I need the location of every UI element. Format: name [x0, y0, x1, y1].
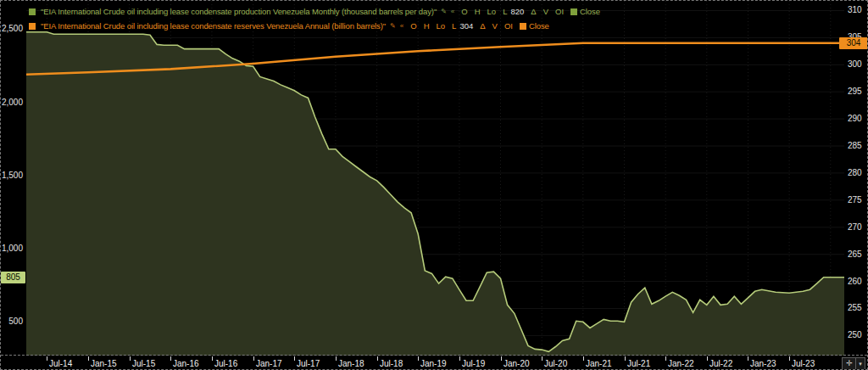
- production-swatch-icon: [29, 8, 36, 15]
- axis-settings-button[interactable]: ✛: [843, 358, 856, 369]
- time-axis-tick-label: Jul-16: [214, 359, 237, 368]
- chart-panel: "EIA International Crude oil including l…: [0, 0, 868, 370]
- time-axis-tickmark: [665, 356, 666, 361]
- time-axis-tickmark: [418, 356, 419, 361]
- time-axis-tick-label: Jan-16: [173, 359, 199, 368]
- open-interest-label: OI: [555, 7, 564, 16]
- open-interest-label: OI: [504, 21, 513, 31]
- time-axis-tickmark: [336, 356, 337, 361]
- time-axis-tickmark: [130, 356, 131, 361]
- time-axis-tickmark: [377, 356, 378, 361]
- time-axis-tick-label: Jul-19: [462, 359, 485, 368]
- right-axis-tick-label: 250: [848, 330, 862, 340]
- right-axis-tick-label: 310: [848, 5, 862, 15]
- time-axis-tick-label: Jan-19: [420, 359, 447, 368]
- edit-icon[interactable]: ✎: [390, 22, 396, 30]
- time-axis-tickmark: [625, 356, 626, 361]
- last-value: 304: [459, 21, 473, 31]
- time-axis-tickmark: [789, 356, 790, 361]
- right-axis-tick-label: 295: [848, 87, 862, 97]
- open-label: O: [410, 21, 416, 31]
- time-axis-tick-label: Jul-21: [627, 359, 650, 368]
- time-axis-tickmark: [583, 356, 584, 361]
- time-axis-tickmark: [212, 356, 213, 361]
- axis-tools: ✛ ▾: [842, 357, 865, 370]
- right-axis-tick-label: 290: [848, 114, 862, 124]
- time-axis-tick-label: Jan-23: [750, 359, 776, 368]
- right-axis-tick-label: 270: [848, 222, 862, 233]
- close-label: Close: [580, 7, 600, 16]
- change-label: Δ: [531, 7, 536, 16]
- time-axis-tick-label: Jul-15: [132, 359, 155, 368]
- time-axis-tick-label: Jul-14: [49, 359, 72, 368]
- high-label: H: [475, 7, 481, 16]
- high-label: H: [424, 21, 430, 31]
- right-axis-tick-label: 300: [848, 59, 862, 70]
- legend-item-reserves[interactable]: "EIA International Crude oil including l…: [29, 19, 600, 33]
- close-swatch-icon: [520, 23, 526, 30]
- last-label: L: [452, 21, 456, 31]
- right-axis-tick-label: 285: [848, 141, 862, 151]
- production-area: [26, 32, 844, 356]
- time-axis-tickmark: [253, 356, 254, 361]
- left-axis-tick-label: 2,000: [1, 98, 23, 108]
- time-axis-tick-label: Jul-18: [380, 359, 403, 368]
- change-label: Δ: [480, 21, 485, 31]
- plot-area[interactable]: [1, 1, 868, 356]
- time-axis-tick-label: Jan-17: [256, 359, 282, 368]
- right-axis-tick-label: 275: [848, 195, 862, 205]
- time-axis-tickmark: [459, 356, 460, 361]
- collapse-icon[interactable]: «: [451, 8, 454, 15]
- last-label: L: [503, 7, 507, 16]
- time-axis-tickmark: [170, 356, 171, 361]
- left-axis-tick-label: 1,500: [1, 171, 23, 181]
- volume-label: V: [492, 21, 498, 31]
- volume-label: V: [543, 7, 548, 16]
- reserves-swatch-icon: [29, 23, 36, 30]
- open-label: O: [461, 7, 467, 16]
- time-axis-tickmark: [47, 356, 47, 361]
- pane-divider: [1, 355, 867, 356]
- time-axis-tick-label: Jan-20: [504, 359, 530, 368]
- left-axis-tick-label: 1,000: [1, 244, 23, 254]
- production-series-title: "EIA International Crude oil including l…: [41, 7, 437, 16]
- low-label: Lo: [487, 7, 497, 16]
- right-axis-tick-label: 280: [848, 168, 862, 178]
- time-axis-tick-label: Jan-21: [586, 359, 612, 368]
- right-axis-tick-label: 260: [848, 277, 862, 287]
- time-axis-tickmark: [707, 356, 708, 361]
- legend-item-production[interactable]: "EIA International Crude oil including l…: [29, 4, 600, 19]
- right-axis-tick-label: 265: [848, 249, 862, 260]
- time-axis-tick-label: Jul-20: [544, 359, 567, 368]
- axis-dropdown-button[interactable]: ▾: [856, 358, 865, 369]
- left-axis-tick-label: 500: [1, 317, 23, 327]
- time-axis-tick-label: Jul-17: [297, 359, 320, 368]
- reserves-last-value-badge: 304: [839, 37, 868, 49]
- collapse-icon[interactable]: «: [400, 22, 403, 30]
- left-axis-tick-label: 2,500: [1, 24, 23, 34]
- production-last-value-badge: 805: [1, 272, 25, 283]
- time-axis-tick-label: Jul-23: [792, 359, 815, 368]
- time-axis-tickmark: [88, 356, 89, 361]
- time-axis-tickmark: [501, 356, 502, 361]
- edit-icon[interactable]: ✎: [441, 8, 447, 15]
- time-axis-tick-label: Jul-22: [709, 359, 732, 368]
- time-axis-tick-label: Jan-15: [91, 359, 117, 368]
- last-value: 820: [510, 7, 524, 16]
- time-axis-tick-label: Jan-22: [668, 359, 694, 368]
- legend: "EIA International Crude oil including l…: [29, 4, 600, 33]
- reserves-series-title: "EIA International Crude oil including l…: [41, 21, 386, 31]
- time-axis-tickmark: [748, 356, 748, 361]
- time-axis[interactable]: Jul-14Jan-15Jul-15Jan-16Jul-16Jan-17Jul-…: [1, 356, 867, 370]
- close-label: Close: [529, 21, 549, 31]
- right-axis-tick-label: 255: [848, 303, 862, 313]
- time-axis-tickmark: [542, 356, 542, 361]
- time-axis-tickmark: [294, 356, 295, 361]
- time-axis-tick-label: Jan-18: [338, 359, 364, 368]
- close-swatch-icon: [570, 8, 577, 15]
- low-label: Lo: [437, 21, 446, 31]
